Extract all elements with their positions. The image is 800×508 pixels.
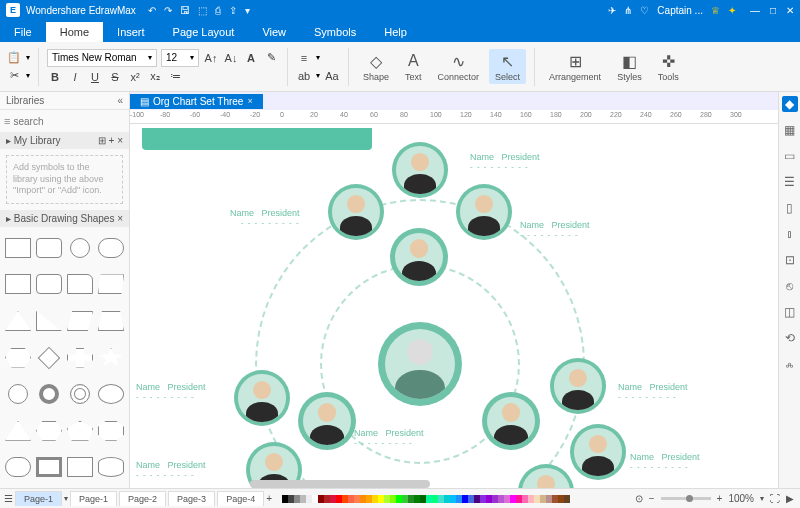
- page-tab[interactable]: Page-1: [15, 491, 62, 506]
- search-input[interactable]: [13, 113, 140, 129]
- page-tab[interactable]: Page-2: [119, 491, 166, 506]
- italic-button[interactable]: I: [67, 69, 83, 85]
- shape-star[interactable]: [98, 348, 124, 368]
- highlight-icon[interactable]: ✎: [263, 50, 279, 66]
- shape-roundrect2[interactable]: [36, 274, 62, 294]
- shape-tool[interactable]: ◇Shape: [357, 49, 395, 84]
- styles-tool[interactable]: ◧Styles: [611, 49, 648, 84]
- superscript-button[interactable]: x²: [127, 69, 143, 85]
- arrangement-tool[interactable]: ⊞Arrangement: [543, 49, 607, 84]
- page-tab[interactable]: Page-3: [168, 491, 215, 506]
- shape-cyl[interactable]: [98, 457, 124, 477]
- node-label[interactable]: Name President- - - - - - - - -: [520, 220, 590, 239]
- shape-oct[interactable]: [98, 421, 124, 441]
- tools-tool[interactable]: ✜Tools: [652, 49, 685, 84]
- fullscreen-icon[interactable]: ⛶: [770, 493, 780, 504]
- tab-insert[interactable]: Insert: [103, 22, 159, 42]
- more-icon[interactable]: ▾: [245, 5, 250, 16]
- font-color-icon[interactable]: A: [243, 50, 259, 66]
- mylib-section[interactable]: ▸ My Library ⊞ + ×: [0, 132, 129, 149]
- basic-shapes-section[interactable]: ▸ Basic Drawing Shapes ×: [0, 210, 129, 227]
- node-label[interactable]: Name President- - - - - - - - -: [230, 208, 300, 227]
- node-label[interactable]: Name President- - - - - - - - -: [136, 382, 206, 401]
- text-tool[interactable]: AText: [399, 49, 428, 84]
- hyperlink-icon[interactable]: ⎋: [782, 278, 798, 294]
- node-label[interactable]: Name President- - - - - - - - -: [618, 382, 688, 401]
- case-icon[interactable]: Aa: [324, 68, 340, 84]
- page-tab[interactable]: Page-1: [70, 491, 117, 506]
- tab-page-layout[interactable]: Page Layout: [159, 22, 249, 42]
- page-tab[interactable]: Page-4: [217, 491, 264, 506]
- org-node[interactable]: [390, 228, 448, 286]
- org-node[interactable]: [328, 184, 384, 240]
- nav-icon[interactable]: ⊡: [782, 252, 798, 268]
- shape-tri[interactable]: [5, 311, 31, 331]
- shape-pent[interactable]: [67, 421, 93, 441]
- tab-symbols[interactable]: Symbols: [300, 22, 370, 42]
- user-name[interactable]: Captain ...: [657, 5, 703, 16]
- shape-rect[interactable]: [5, 238, 31, 258]
- shape-hex[interactable]: [5, 348, 31, 368]
- org-node[interactable]: [456, 184, 512, 240]
- canvas[interactable]: Name President- - - - - - - - - Name Pre…: [130, 124, 778, 488]
- tab-help[interactable]: Help: [370, 22, 421, 42]
- share-icon[interactable]: ⇪: [229, 5, 237, 16]
- import-icon[interactable]: ⊞: [98, 135, 106, 146]
- shape-trap2[interactable]: [98, 311, 124, 331]
- chart-icon[interactable]: ⫾: [782, 226, 798, 242]
- connector-tool[interactable]: ∿Connector: [432, 49, 486, 84]
- shape-pie[interactable]: [98, 384, 124, 404]
- org-node-center[interactable]: [378, 322, 462, 406]
- minimize-icon[interactable]: —: [750, 5, 760, 16]
- close-section-icon[interactable]: ×: [117, 213, 123, 224]
- fit-icon[interactable]: ⊙: [635, 493, 643, 504]
- zoom-in-icon[interactable]: +: [717, 493, 723, 504]
- chart-banner[interactable]: [142, 128, 372, 150]
- org-node[interactable]: [570, 424, 626, 480]
- shape-capsule[interactable]: [5, 457, 31, 477]
- shape-tri3[interactable]: [5, 421, 31, 441]
- shape-trap[interactable]: [98, 274, 124, 294]
- collapse-icon[interactable]: «: [117, 95, 123, 106]
- font-select[interactable]: Times New Roman▾: [47, 49, 157, 67]
- shape-roundrect[interactable]: [36, 238, 62, 258]
- presentation-icon[interactable]: ▶: [786, 493, 794, 504]
- crown-icon[interactable]: ♕: [711, 5, 720, 16]
- shape-target[interactable]: [70, 384, 90, 404]
- clipboard-icon[interactable]: ✂: [6, 68, 22, 84]
- shape-circle[interactable]: [8, 384, 28, 404]
- zoom-out-icon[interactable]: −: [649, 493, 655, 504]
- shape-card[interactable]: [67, 274, 93, 294]
- zoom-slider[interactable]: [661, 497, 711, 500]
- add-page-icon[interactable]: +: [266, 493, 272, 504]
- scrollbar-horizontal[interactable]: [250, 480, 430, 488]
- node-label[interactable]: Name President- - - - - - - - -: [630, 452, 700, 471]
- node-label[interactable]: Name President- - - - - - - - -: [354, 428, 424, 447]
- comment-icon[interactable]: ◫: [782, 304, 798, 320]
- bold-button[interactable]: B: [47, 69, 63, 85]
- chevron-down-icon[interactable]: ▾: [26, 53, 30, 62]
- underline-button[interactable]: U: [87, 69, 103, 85]
- shape-ellipse[interactable]: [70, 238, 90, 258]
- shape-donut[interactable]: [39, 384, 59, 404]
- shape-frame[interactable]: [36, 457, 62, 477]
- undo-icon[interactable]: ↶: [148, 5, 156, 16]
- close-section-icon[interactable]: ×: [117, 135, 123, 146]
- shape-pill[interactable]: [98, 238, 124, 258]
- theme-icon[interactable]: ▦: [782, 122, 798, 138]
- send-icon[interactable]: ✈: [608, 5, 616, 16]
- close-icon[interactable]: ✕: [786, 5, 794, 16]
- shape-para[interactable]: [67, 311, 93, 331]
- node-label[interactable]: Name President- - - - - - - - -: [136, 460, 206, 479]
- format-painter-icon[interactable]: ◆: [782, 96, 798, 112]
- increase-font-icon[interactable]: A↑: [203, 50, 219, 66]
- shape-hex2[interactable]: [36, 421, 62, 441]
- close-tab-icon[interactable]: ×: [247, 96, 252, 106]
- export-icon[interactable]: ⬚: [198, 5, 207, 16]
- tab-home[interactable]: Home: [46, 22, 103, 42]
- shape-cube[interactable]: [67, 457, 93, 477]
- font-size-select[interactable]: 12▾: [161, 49, 199, 67]
- shape-tri2[interactable]: [36, 311, 62, 331]
- org-node[interactable]: [392, 142, 448, 198]
- pages-menu-icon[interactable]: ☰: [4, 493, 13, 504]
